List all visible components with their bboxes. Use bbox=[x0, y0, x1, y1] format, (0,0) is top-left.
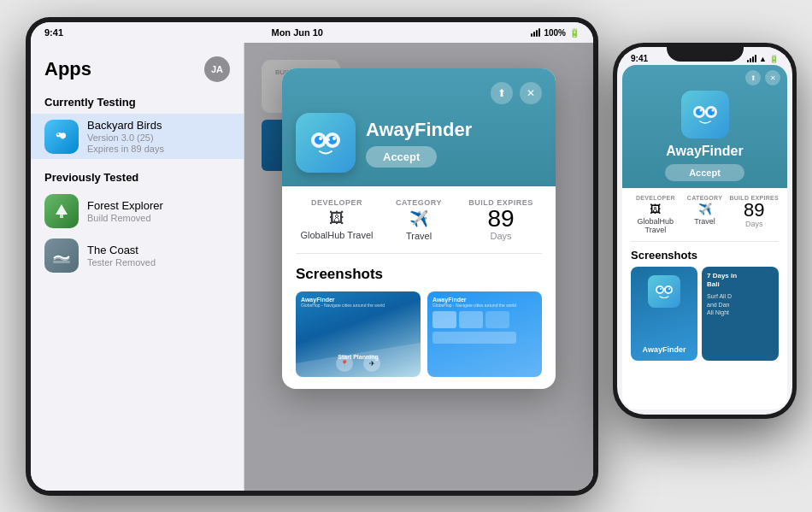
svg-point-0 bbox=[57, 133, 59, 135]
meta-developer: DEVELOPER 🖼 GlobalHub Travel bbox=[296, 198, 378, 241]
section-label-currently: Currently Testing bbox=[31, 92, 244, 114]
phone-signal-bars bbox=[747, 55, 756, 62]
phone-bar-3 bbox=[752, 56, 754, 62]
phone-modal: ⬆ ✕ bbox=[622, 65, 787, 409]
svg-rect-3 bbox=[53, 261, 70, 263]
sidebar-title: Apps bbox=[44, 58, 91, 80]
birds-app-name: Backyard Birds bbox=[87, 119, 230, 132]
phone-accept-button[interactable]: Accept bbox=[665, 164, 744, 181]
screenshot-2-img bbox=[432, 332, 516, 344]
phone-ss2-subtitle: Surf All Dand DanAll Night bbox=[707, 292, 774, 317]
tablet: 9:41 Mon Jun 10 100% 🔋 Apps JA bbox=[26, 17, 598, 496]
svg-point-17 bbox=[711, 109, 714, 112]
screenshot-2: AwayFinder GlobeHop - Navigate cities ar… bbox=[427, 291, 542, 377]
svg-point-23 bbox=[660, 288, 662, 290]
phone-ss2-title: 7 Days inBali bbox=[707, 272, 774, 290]
tablet-status-bar: 9:41 Mon Jun 10 100% 🔋 bbox=[31, 22, 593, 43]
svg-point-24 bbox=[668, 288, 670, 290]
birds-app-info: Backyard Birds Version 3.0 (25) Expires … bbox=[87, 119, 230, 154]
screenshot-2-sub: GlobeHop - Navigate cities around the wo… bbox=[432, 303, 537, 308]
signal-bar-4 bbox=[538, 28, 540, 37]
phone-screenshots-row: AwayFinder 7 Days inBali Surf All Dand D… bbox=[631, 267, 779, 361]
signal-bar-3 bbox=[536, 30, 538, 37]
phone-screenshot-1: AwayFinder bbox=[631, 267, 697, 361]
phone-screenshots-label: Screenshots bbox=[631, 249, 779, 262]
screenshot-1-icons: 📍 ✈ bbox=[336, 355, 380, 372]
sidebar-item-forest-explorer[interactable]: Forest Explorer Build Removed bbox=[31, 189, 244, 233]
svg-point-9 bbox=[319, 137, 322, 140]
phone-modal-header: ⬆ ✕ bbox=[622, 65, 787, 188]
thumb-3 bbox=[485, 311, 509, 328]
screenshot-2-content: AwayFinder GlobeHop - Navigate cities ar… bbox=[427, 291, 542, 349]
phone-time: 9:41 bbox=[631, 54, 648, 63]
modal-overlay: ⬆ ✕ bbox=[244, 43, 593, 491]
svg-rect-2 bbox=[60, 215, 63, 218]
birds-app-expires: Expires in 89 days bbox=[87, 144, 230, 154]
phone-app-icon bbox=[681, 91, 729, 138]
phone-screen: 9:41 ▲ 🔋 ⬆ ✕ bbox=[617, 47, 792, 415]
phone-meta-category: CATEGORY ✈️ Travel bbox=[680, 195, 730, 234]
sidebar-item-backyard-birds[interactable]: Backyard Birds Version 3.0 (25) Expires … bbox=[31, 114, 244, 159]
modal-accept-button[interactable]: Accept bbox=[366, 146, 437, 168]
phone-bar-4 bbox=[755, 55, 756, 62]
phone-screenshot-2: 7 Days inBali Surf All Dand DanAll Night bbox=[702, 267, 779, 361]
category-icon: ✈️ bbox=[378, 209, 460, 228]
forest-app-name: Forest Explorer bbox=[87, 199, 230, 212]
coast-icon bbox=[44, 238, 79, 273]
modal-share-button[interactable]: ⬆ bbox=[491, 82, 513, 104]
svg-point-16 bbox=[699, 109, 702, 112]
signal-bar-1 bbox=[531, 33, 533, 37]
modal-close-button[interactable]: ✕ bbox=[520, 82, 542, 104]
screenshot-2-title: AwayFinder bbox=[432, 297, 537, 303]
phone-category-icon: ✈️ bbox=[680, 203, 730, 215]
screenshot-1-sub: GlobeHop - Navigate cities around the wo… bbox=[301, 303, 415, 308]
modal-app-name: AwayFinder bbox=[366, 119, 542, 141]
birds-icon bbox=[44, 120, 79, 154]
phone-share-button[interactable]: ⬆ bbox=[745, 70, 761, 85]
svg-rect-18 bbox=[705, 110, 708, 113]
screenshot-2-thumbnails bbox=[432, 311, 537, 328]
section-label-previously: Previously Tested bbox=[31, 168, 244, 189]
screenshot-1-title: AwayFinder bbox=[301, 297, 415, 303]
meta-category: CATEGORY ✈️ Travel bbox=[378, 198, 460, 241]
svg-point-10 bbox=[332, 137, 336, 140]
phone-modal-top-actions: ⬆ ✕ bbox=[629, 70, 780, 85]
battery-icon: 🔋 bbox=[569, 28, 580, 38]
phone-ss1-text: AwayFinder bbox=[643, 345, 686, 354]
app-detail-modal: ⬆ ✕ bbox=[282, 68, 556, 389]
forest-icon bbox=[44, 194, 79, 228]
avatar[interactable]: JA bbox=[204, 56, 230, 82]
svg-rect-11 bbox=[327, 138, 330, 141]
phone-status-right: ▲ 🔋 bbox=[747, 55, 779, 63]
phone-meta-build-expires: BUILD EXPIRES 89 Days bbox=[729, 195, 779, 234]
phone-ss1-logo bbox=[648, 275, 680, 308]
phone-app-row: AwayFinder Accept bbox=[629, 91, 780, 181]
tablet-content: Apps JA Currently Testing Backyard Bir bbox=[31, 43, 593, 491]
phone-app-name: AwayFinder bbox=[666, 144, 743, 159]
svg-marker-1 bbox=[56, 204, 68, 215]
tablet-date: Mon Jun 10 bbox=[271, 27, 323, 38]
tablet-status-right: 100% 🔋 bbox=[531, 28, 580, 38]
coast-app-sub: Tester Removed bbox=[87, 257, 230, 268]
screenshots-row: AwayFinder GlobeHop - Navigate cities ar… bbox=[296, 291, 542, 377]
modal-body: DEVELOPER 🖼 GlobalHub Travel CATEGORY ✈️… bbox=[282, 186, 556, 389]
thumb-2 bbox=[459, 311, 483, 328]
signal-bar-2 bbox=[533, 32, 535, 37]
coast-app-name: The Coast bbox=[87, 244, 230, 256]
svg-rect-25 bbox=[664, 288, 666, 290]
sidebar-item-the-coast[interactable]: The Coast Tester Removed bbox=[31, 233, 244, 278]
phone-bar-1 bbox=[747, 60, 749, 62]
forest-app-info: Forest Explorer Build Removed bbox=[87, 199, 230, 223]
modal-top-actions: ⬆ ✕ bbox=[296, 82, 542, 104]
phone-close-button[interactable]: ✕ bbox=[765, 70, 780, 85]
phone-wifi-icon: ▲ bbox=[759, 55, 767, 63]
thumb-1 bbox=[432, 311, 456, 328]
ss1-icon-1: 📍 bbox=[336, 355, 353, 372]
modal-meta: DEVELOPER 🖼 GlobalHub Travel CATEGORY ✈️… bbox=[296, 198, 542, 254]
svg-point-22 bbox=[666, 287, 671, 292]
sidebar: Apps JA Currently Testing Backyard Bir bbox=[31, 43, 244, 491]
phone-modal-body: DEVELOPER 🖼 GlobalHub Travel CATEGORY ✈️… bbox=[622, 188, 787, 409]
modal-header: ⬆ ✕ bbox=[282, 68, 556, 186]
phone-meta-developer: DEVELOPER 🖼 GlobalHub Travel bbox=[631, 195, 680, 234]
modal-app-row: AwayFinder Accept bbox=[296, 113, 542, 186]
